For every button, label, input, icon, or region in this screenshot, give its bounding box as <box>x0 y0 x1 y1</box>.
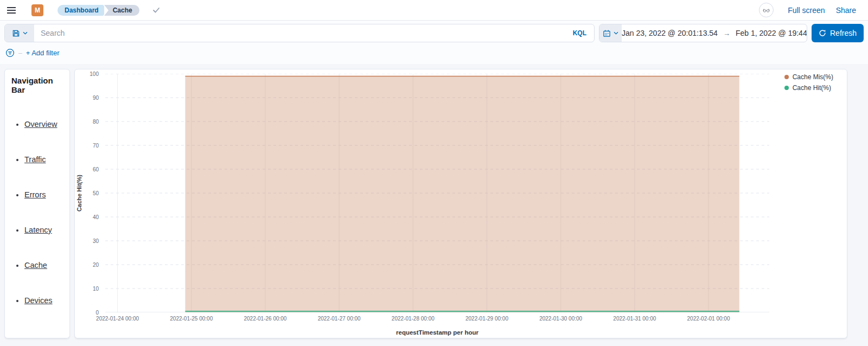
dashboard-content: Navigation Bar Overview Traffic Errors L… <box>0 64 868 346</box>
nav-link-latency[interactable]: Latency <box>24 226 52 234</box>
kql-button[interactable]: KQL <box>565 29 594 37</box>
avatar[interactable]: M <box>31 4 43 16</box>
date-range-picker: Jan 23, 2022 @ 20:01:13.54 → Feb 1, 2022… <box>599 24 807 42</box>
nav-link-overview[interactable]: Overview <box>24 120 57 129</box>
nav-item: Cache <box>24 261 65 270</box>
refresh-icon <box>819 29 826 37</box>
x-tick-label: 2022-02-01 00:00 <box>673 316 744 322</box>
menu-icon[interactable] <box>4 4 18 16</box>
x-tick-label: 2022-01-28 00:00 <box>378 316 448 322</box>
y-tick-label: 50 <box>75 190 99 196</box>
x-tick-label: 2022-01-27 00:00 <box>304 316 374 322</box>
breadcrumb-cache[interactable]: Cache <box>104 5 139 16</box>
nav-item: Traffic <box>24 155 65 164</box>
navigation-panel: Navigation Bar Overview Traffic Errors L… <box>4 69 70 338</box>
x-tick-label: 2022-01-26 00:00 <box>230 316 301 322</box>
nav-item: Latency <box>24 226 65 234</box>
x-tick-label: 2022-01-29 00:00 <box>451 316 522 322</box>
y-tick-label: 20 <box>75 262 99 268</box>
nav-link-devices[interactable]: Devices <box>24 296 53 305</box>
cache-chart-panel: Cache Hit(%) 01020304050607080901002022-… <box>74 69 847 338</box>
top-header: M Dashboard Cache Full screen Share <box>0 0 868 20</box>
search-bar: KQL <box>4 24 595 42</box>
view-mode-glasses-icon[interactable] <box>759 3 774 17</box>
x-tick-label: 2022-01-24 00:00 <box>82 316 153 322</box>
nav-link-cache[interactable]: Cache <box>24 261 47 270</box>
x-tick-label: 2022-01-30 00:00 <box>526 316 596 322</box>
legend-item[interactable]: Cache Mis(%) <box>784 73 833 81</box>
full-screen-button[interactable]: Full screen <box>788 6 825 15</box>
chevron-down-icon <box>23 31 28 35</box>
refresh-button[interactable]: Refresh <box>812 24 864 42</box>
x-tick-label: 2022-01-25 00:00 <box>156 316 227 322</box>
legend-label: Cache Hit(%) <box>793 84 831 92</box>
date-start[interactable]: Jan 23, 2022 @ 20:01:13.54 <box>622 29 718 37</box>
calendar-icon <box>603 29 611 37</box>
y-tick-label: 30 <box>75 238 99 244</box>
y-tick-label: 100 <box>75 71 99 77</box>
chevron-down-icon <box>614 31 618 35</box>
legend-label: Cache Mis(%) <box>793 73 833 81</box>
nav-panel-title: Navigation Bar <box>11 76 65 94</box>
add-filter-button[interactable]: + Add filter <box>26 49 60 57</box>
x-tick-label: 2022-01-31 00:00 <box>599 316 670 322</box>
x-axis-title: requestTimestamp per hour <box>105 329 769 336</box>
y-tick-label: 90 <box>75 95 99 101</box>
calendar-button[interactable] <box>599 24 622 42</box>
chart-legend: Cache Mis(%)Cache Hit(%) <box>784 73 833 92</box>
date-range-display[interactable]: Jan 23, 2022 @ 20:01:13.54 → Feb 1, 2022… <box>622 29 807 37</box>
saved-query-button[interactable] <box>5 24 34 42</box>
search-input[interactable] <box>34 24 565 42</box>
y-tick-label: 80 <box>75 119 99 125</box>
y-tick-label: 10 <box>75 286 99 292</box>
check-icon <box>152 7 160 14</box>
save-icon <box>12 29 20 37</box>
y-tick-label: 40 <box>75 214 99 220</box>
nav-link-traffic[interactable]: Traffic <box>24 155 46 164</box>
nav-item: Devices <box>24 296 65 305</box>
breadcrumb-dashboard[interactable]: Dashboard <box>58 5 103 16</box>
query-bar-section: KQL Jan 23, 2022 @ 20:01:13.54 → Feb 1, … <box>0 20 868 64</box>
nav-link-errors[interactable]: Errors <box>24 190 46 199</box>
chart-plot-area[interactable] <box>105 74 769 312</box>
filter-options-icon[interactable] <box>5 48 15 57</box>
nav-item: Overview <box>24 120 65 129</box>
filter-dash: – <box>18 49 22 57</box>
date-end[interactable]: Feb 1, 2022 @ 19:44:30.00 <box>736 29 807 37</box>
legend-dot-icon <box>784 75 789 79</box>
y-tick-label: 70 <box>75 143 99 149</box>
legend-item[interactable]: Cache Hit(%) <box>784 84 833 92</box>
legend-dot-icon <box>784 86 789 90</box>
range-arrow-icon: → <box>723 29 730 37</box>
nav-item: Errors <box>24 190 65 199</box>
share-button[interactable]: Share <box>836 6 856 15</box>
y-tick-label: 60 <box>75 166 99 172</box>
y-tick-label: 0 <box>75 310 99 316</box>
nav-link-list: Overview Traffic Errors Latency Cache De… <box>11 120 65 305</box>
breadcrumb: Dashboard Cache <box>58 5 139 16</box>
